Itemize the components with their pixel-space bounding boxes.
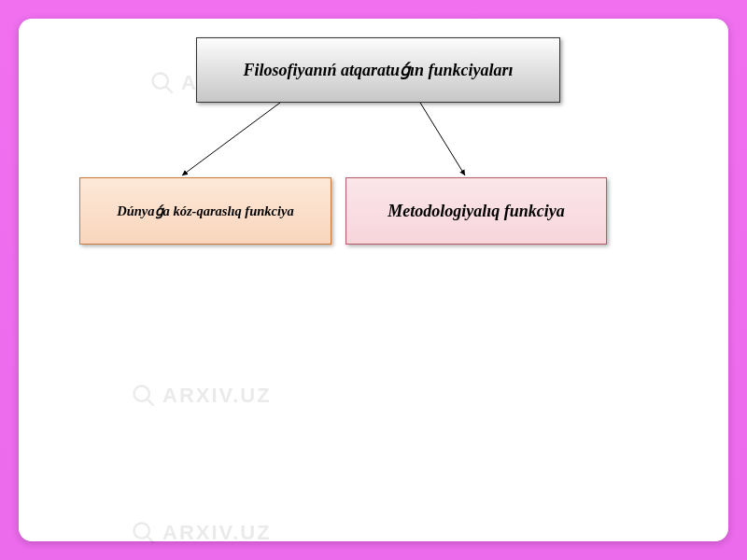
child-node-right-label: Metodologiyalıq funkciya <box>388 202 564 221</box>
svg-point-6 <box>134 524 149 539</box>
watermark: ARXIV.UZ <box>131 383 272 409</box>
child-node-right: Metodologiyalıq funkciya <box>345 177 607 245</box>
root-node: Filosofiyanıń atqaratuǵın funkciyaları <box>196 37 560 103</box>
root-node-label: Filosofiyanıń atqaratuǵın funkciyaları <box>243 60 513 80</box>
svg-line-1 <box>166 87 173 93</box>
search-icon <box>131 520 157 546</box>
child-node-left: Dúnyaǵa kóz-qaraslıq funkciya <box>79 177 331 245</box>
watermark: ARXIV.UZ <box>131 520 272 546</box>
arrow-left <box>182 103 280 175</box>
svg-line-5 <box>148 399 154 406</box>
arrow-right <box>420 103 465 175</box>
watermark-text: ARXIV.UZ <box>162 384 272 408</box>
svg-point-0 <box>153 74 168 89</box>
svg-line-7 <box>148 537 154 543</box>
watermark-text: ARXIV.UZ <box>162 521 272 545</box>
child-node-left-label: Dúnyaǵa kóz-qaraslıq funkciya <box>117 203 293 219</box>
slide-canvas: ARXIV.UZ ARXIV.UZ ARXIV.UZ ARXIV.UZ Filo… <box>19 19 728 541</box>
search-icon <box>149 70 176 96</box>
search-icon <box>131 383 157 409</box>
svg-point-4 <box>134 386 149 401</box>
